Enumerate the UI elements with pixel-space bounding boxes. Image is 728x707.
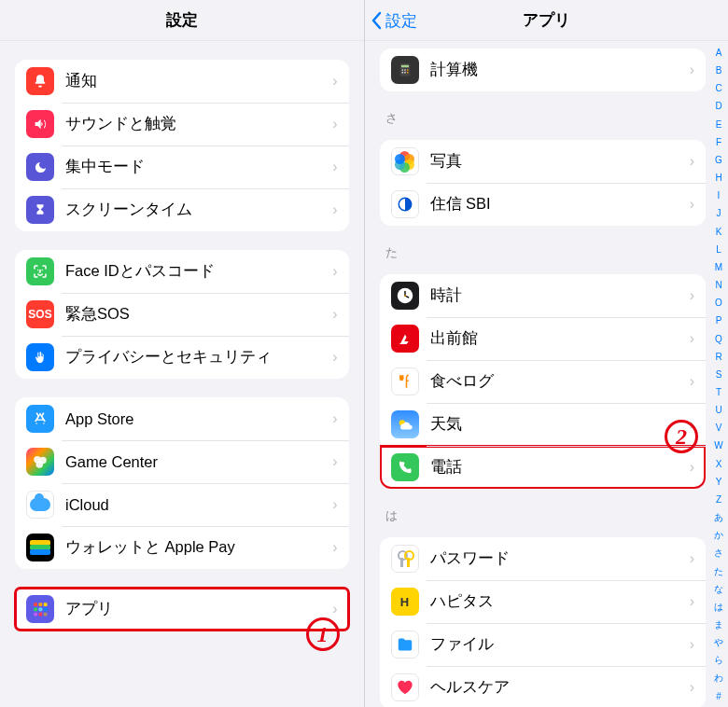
row-weather[interactable]: 天気 › — [380, 403, 707, 446]
row-sbi[interactable]: 住信 SBI › — [380, 183, 707, 226]
svg-rect-7 — [39, 608, 43, 612]
index-letter[interactable]: Z — [716, 495, 721, 505]
index-letter[interactable]: M — [715, 263, 722, 272]
row-label: 出前館 — [430, 328, 690, 349]
index-letter[interactable]: I — [718, 191, 721, 201]
svg-point-17 — [401, 72, 403, 74]
index-letter[interactable]: W — [714, 441, 722, 451]
apps-pane: 設定 アプリ 計算機 › さ — [365, 0, 729, 707]
index-letter[interactable]: は — [714, 603, 723, 612]
group-ha: パスワード › H ハピタス › ファイル › ヘルスケア › — [380, 537, 707, 707]
row-calc[interactable]: 計算機 › — [380, 49, 707, 91]
index-letter[interactable]: ま — [714, 620, 723, 630]
group-services: App Store › Game Center › iCloud › ウォレット… — [15, 397, 349, 569]
index-letter[interactable]: X — [716, 460, 722, 469]
svg-rect-10 — [39, 613, 43, 617]
row-phone[interactable]: 電話 › — [380, 446, 707, 489]
row-icloud[interactable]: iCloud › — [15, 483, 349, 526]
index-letter[interactable]: # — [716, 692, 721, 701]
svg-rect-8 — [44, 608, 48, 612]
index-letter[interactable]: R — [715, 353, 721, 362]
folder-icon — [391, 631, 419, 658]
keys-icon — [391, 545, 419, 573]
index-letter[interactable]: S — [716, 370, 722, 380]
index-letter[interactable]: K — [716, 228, 722, 237]
index-letter[interactable]: N — [715, 281, 721, 290]
row-label: 時計 — [430, 285, 690, 306]
chevron-right-icon: › — [690, 373, 694, 390]
row-health[interactable]: ヘルスケア › — [380, 666, 707, 707]
index-letter[interactable]: た — [714, 567, 723, 576]
row-hapitas[interactable]: H ハピタス › — [380, 580, 707, 623]
row-wallet[interactable]: ウォレットと Apple Pay › — [15, 526, 349, 569]
row-gamecenter[interactable]: Game Center › — [15, 440, 349, 483]
chevron-right-icon: › — [332, 496, 337, 513]
index-letter[interactable]: わ — [714, 673, 723, 683]
row-sos[interactable]: SOS 緊急SOS › — [15, 293, 349, 336]
chevron-right-icon: › — [690, 62, 694, 78]
index-letter[interactable]: J — [717, 209, 721, 218]
sbi-icon — [391, 190, 419, 218]
row-demae[interactable]: 出前館 › — [380, 317, 707, 360]
index-letter[interactable]: U — [715, 406, 721, 415]
index-letter[interactable]: E — [716, 120, 722, 130]
index-letter[interactable]: ら — [714, 656, 723, 665]
index-letter[interactable]: Y — [716, 478, 722, 487]
row-label: 集中モード — [65, 157, 332, 177]
row-label: Game Center — [65, 453, 332, 471]
index-letter[interactable]: H — [715, 173, 721, 183]
index-letter[interactable]: B — [716, 66, 722, 76]
row-label: 天気 — [430, 414, 690, 435]
chevron-right-icon: › — [332, 539, 337, 556]
index-letter[interactable]: な — [714, 585, 723, 594]
gamecenter-icon — [26, 448, 54, 476]
index-letter[interactable]: O — [715, 298, 722, 308]
svg-rect-13 — [401, 65, 409, 68]
row-appstore[interactable]: App Store › — [15, 397, 349, 440]
row-apps[interactable]: アプリ › — [15, 588, 349, 631]
callout-2: 2 — [665, 420, 698, 453]
row-notifications[interactable]: 通知 › — [15, 60, 349, 103]
index-letter[interactable]: L — [716, 245, 721, 255]
index-letter[interactable]: G — [715, 156, 722, 165]
index-letter[interactable]: Q — [715, 335, 722, 344]
row-focus[interactable]: 集中モード › — [15, 146, 349, 188]
chevron-right-icon: › — [332, 116, 337, 132]
row-label: アプリ — [65, 599, 332, 619]
row-label: 電話 — [430, 457, 690, 478]
index-letter[interactable]: A — [716, 49, 722, 58]
index-letter[interactable]: さ — [714, 548, 723, 558]
index-letter[interactable]: T — [716, 388, 721, 397]
chevron-right-icon: › — [332, 453, 337, 470]
index-letter[interactable]: P — [716, 316, 722, 326]
row-files[interactable]: ファイル › — [380, 623, 707, 666]
row-label: App Store — [65, 410, 332, 428]
chevron-right-icon: › — [332, 201, 337, 218]
index-letter[interactable]: あ — [714, 513, 723, 522]
row-label: 通知 — [65, 71, 332, 91]
row-clock[interactable]: 時計 › — [380, 274, 707, 317]
row-sound[interactable]: サウンドと触覚 › — [15, 103, 349, 146]
index-letter[interactable]: や — [714, 638, 723, 647]
apps-content: 計算機 › さ 写真 › — [365, 41, 729, 707]
row-privacy[interactable]: プライバシーとセキュリティ › — [15, 336, 349, 379]
back-button[interactable]: 設定 — [371, 0, 417, 41]
index-letter[interactable]: D — [715, 102, 721, 111]
row-photos[interactable]: 写真 › — [380, 140, 707, 183]
row-faceid[interactable]: Face IDとパスコード › — [15, 250, 349, 293]
index-letter[interactable]: C — [715, 84, 721, 93]
hand-icon — [26, 343, 54, 371]
index-letter[interactable]: か — [714, 531, 723, 540]
row-tabelog[interactable]: 食べログ › — [380, 360, 707, 403]
group-sa: 写真 › 住信 SBI › — [380, 140, 707, 226]
settings-content: 通知 › サウンドと触覚 › 集中モード › — [0, 41, 364, 707]
row-passwords[interactable]: パスワード › — [380, 537, 707, 580]
svg-point-24 — [404, 295, 406, 297]
index-letter[interactable]: F — [716, 138, 721, 147]
svg-rect-3 — [34, 603, 37, 606]
alpha-index-rail[interactable]: ABCDEFGHIJKLMNOPQRSTUVWXYZあかさたなはまやらわ# — [711, 49, 726, 701]
row-label: iCloud — [65, 496, 332, 514]
row-screentime[interactable]: スクリーンタイム › — [15, 188, 349, 231]
index-letter[interactable]: V — [716, 423, 722, 433]
chevron-right-icon: › — [690, 593, 694, 610]
